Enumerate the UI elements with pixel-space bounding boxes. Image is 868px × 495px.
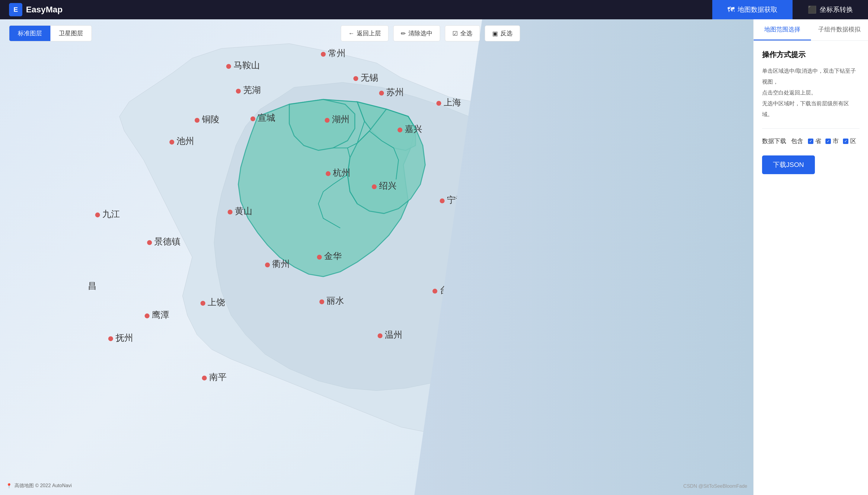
include-label: 包含 <box>791 137 803 145</box>
select-all-icon: ☑ <box>452 30 458 37</box>
checkbox-qu-icon <box>843 139 848 144</box>
divider <box>762 128 860 129</box>
checkbox-sheng-icon <box>808 139 813 144</box>
svg-point-22 <box>326 171 330 176</box>
svg-text:金华: 金华 <box>324 251 342 261</box>
svg-point-26 <box>228 209 232 214</box>
map-controls: ← 返回上层 ✏ 清除选中 ☑ 全选 ▣ 反选 <box>341 25 520 41</box>
svg-point-52 <box>202 375 207 380</box>
data-download-label: 数据下载 <box>762 137 786 145</box>
svg-text:上海: 上海 <box>444 98 461 107</box>
checkbox-sheng-label: 省 <box>815 137 821 145</box>
data-download-section: 数据下载 包含 省 市 区 下载JSON <box>762 137 860 174</box>
svg-text:九江: 九江 <box>102 209 120 219</box>
svg-point-10 <box>398 128 402 133</box>
checkbox-shi[interactable]: 市 <box>826 137 839 145</box>
svg-point-32 <box>317 255 322 260</box>
svg-point-28 <box>440 198 445 203</box>
download-json-btn[interactable]: 下载JSON <box>762 155 815 174</box>
invert-icon: ▣ <box>492 30 498 37</box>
svg-point-4 <box>353 76 358 81</box>
svg-text:杭州: 杭州 <box>333 168 350 177</box>
svg-text:丽水: 丽水 <box>327 296 344 305</box>
hint-line-3: 无选中区域时，下载当前层级所有区域。 <box>762 101 849 117</box>
svg-text:宣城: 宣城 <box>258 113 275 122</box>
svg-point-24 <box>372 184 377 189</box>
map-data-icon: 🗺 <box>727 5 734 14</box>
panel-tabs: 地图范围选择 子组件数据模拟 <box>753 19 868 41</box>
svg-point-42 <box>319 300 324 304</box>
tab-map-range[interactable]: 地图范围选择 <box>753 19 811 40</box>
svg-point-16 <box>250 117 255 121</box>
layer-buttons: 标准图层 卫星图层 <box>9 25 92 41</box>
svg-text:黄山: 黄山 <box>235 206 252 216</box>
svg-text:苏州: 苏州 <box>386 87 404 97</box>
nav-map-data[interactable]: 🗺 地图数据获取 <box>712 0 793 19</box>
svg-text:绍兴: 绍兴 <box>379 181 397 190</box>
svg-point-40 <box>147 240 152 245</box>
header: E EasyMap 🗺 地图数据获取 ⬛ 坐标系转换 <box>0 0 868 19</box>
satellite-layer-btn[interactable]: 卫星图层 <box>50 25 91 41</box>
checkbox-shi-icon <box>826 139 831 144</box>
back-label: 返回上层 <box>357 29 381 37</box>
svg-text:景德镇: 景德镇 <box>154 237 180 246</box>
svg-point-50 <box>378 333 382 338</box>
svg-point-34 <box>265 262 270 268</box>
map-background[interactable]: 标准图层 卫星图层 ← 返回上层 ✏ 清除选中 ☑ 全选 ▣ 反选 <box>0 19 753 495</box>
svg-point-18 <box>195 118 199 122</box>
svg-text:温州: 温州 <box>385 330 402 340</box>
svg-point-46 <box>144 313 150 319</box>
map-watermark: 📍 高德地图 © 2022 AutoNavi <box>6 483 72 489</box>
svg-text:嘉兴: 嘉兴 <box>405 124 422 134</box>
nav-coord-convert[interactable]: ⬛ 坐标系转换 <box>793 0 868 19</box>
nav-map-data-label: 地图数据获取 <box>737 5 778 14</box>
checkbox-shi-label: 市 <box>833 137 839 145</box>
back-btn[interactable]: ← 返回上层 <box>341 25 388 41</box>
coord-icon: ⬛ <box>808 5 817 14</box>
logo-text: EasyMap <box>26 5 63 15</box>
svg-text:马鞍山: 马鞍山 <box>233 61 260 70</box>
svg-text:南平: 南平 <box>209 372 227 382</box>
svg-point-12 <box>325 118 330 122</box>
svg-text:无锡: 无锡 <box>361 73 378 82</box>
right-panel: 地图范围选择 子组件数据模拟 操作方式提示 单击区域选中/取消选中，双击下钻至子… <box>753 19 868 495</box>
watermark-icon: 📍 <box>6 483 12 489</box>
invert-label: 反选 <box>500 29 513 37</box>
svg-point-48 <box>108 336 113 341</box>
hint-text: 单击区域选中/取消选中，双击下钻至子视图， 点击空白处返回上层。 无选中区域时，… <box>762 66 860 120</box>
svg-text:池州: 池州 <box>177 136 194 146</box>
svg-text:铜陵: 铜陵 <box>202 114 220 124</box>
checkbox-qu[interactable]: 区 <box>843 137 856 145</box>
select-all-btn[interactable]: ☑ 全选 <box>445 25 480 41</box>
tab-child-sim[interactable]: 子组件数据模拟 <box>811 19 868 40</box>
svg-text:衢州: 衢州 <box>272 259 290 269</box>
map-area: 标准图层 卫星图层 ← 返回上层 ✏ 清除选中 ☑ 全选 ▣ 反选 <box>0 19 753 495</box>
invert-btn[interactable]: ▣ 反选 <box>485 25 520 41</box>
checkbox-sheng[interactable]: 省 <box>808 137 821 145</box>
map-credit: CSDN @SitToSeeBloomFade <box>683 483 747 489</box>
logo: E EasyMap <box>9 3 63 16</box>
checkbox-group: 省 市 区 <box>808 137 856 145</box>
svg-point-38 <box>95 212 100 217</box>
checkbox-qu-label: 区 <box>850 137 856 145</box>
logo-icon: E <box>9 3 22 16</box>
svg-point-20 <box>169 140 174 144</box>
nav-coord-label: 坐标系转换 <box>820 5 853 14</box>
back-icon: ← <box>348 30 354 37</box>
svg-text:湖州: 湖州 <box>332 114 349 124</box>
svg-point-44 <box>201 301 205 306</box>
svg-point-36 <box>433 289 437 294</box>
svg-text:上饶: 上饶 <box>208 297 225 307</box>
svg-text:抚州: 抚州 <box>115 333 133 343</box>
header-nav: 🗺 地图数据获取 ⬛ 坐标系转换 <box>712 0 868 19</box>
download-row: 数据下载 包含 省 市 区 <box>762 137 860 145</box>
select-all-label: 全选 <box>460 29 472 37</box>
svg-point-6 <box>379 90 384 96</box>
standard-layer-btn[interactable]: 标准图层 <box>10 25 50 41</box>
clear-icon: ✏ <box>401 30 406 37</box>
clear-btn[interactable]: ✏ 清除选中 <box>393 25 440 41</box>
svg-point-8 <box>436 101 441 106</box>
hint-title: 操作方式提示 <box>762 50 860 59</box>
watermark-text: 高德地图 © 2022 AutoNavi <box>15 483 72 489</box>
svg-point-14 <box>236 89 241 93</box>
